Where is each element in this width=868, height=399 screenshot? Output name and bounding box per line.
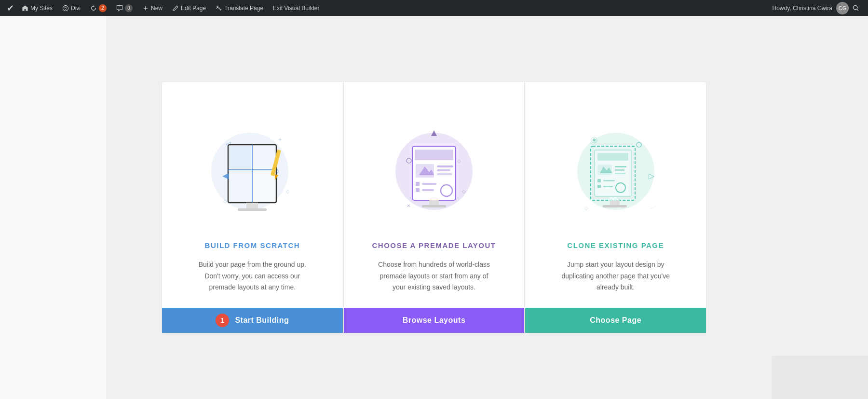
refresh-icon — [90, 5, 97, 12]
card-3-title: CLONE EXISTING PAGE — [567, 241, 664, 249]
admin-bar-comments[interactable]: 0 — [111, 0, 137, 16]
svg-text:▷: ▷ — [649, 172, 655, 180]
svg-text:✕: ✕ — [407, 203, 410, 208]
mysites-label: My Sites — [30, 5, 53, 12]
browse-layouts-label: Browse Layouts — [403, 316, 466, 325]
start-building-button[interactable]: 1 Start Building — [162, 308, 343, 333]
svg-rect-29 — [415, 150, 453, 160]
translate-icon — [216, 5, 222, 12]
svg-rect-34 — [437, 173, 452, 175]
choose-layout-svg: ◇ ✕ ◇ — [386, 109, 482, 215]
scrollbar-hint — [772, 356, 868, 399]
plus-icon — [142, 5, 149, 12]
svg-rect-37 — [416, 188, 420, 192]
card-1-title: BUILD FROM SCRATCH — [205, 241, 300, 249]
svg-rect-56 — [597, 179, 601, 182]
svg-text:···: ··· — [650, 206, 653, 211]
exit-builder-label: Exit Visual Builder — [273, 5, 320, 12]
svg-point-2 — [853, 5, 857, 9]
svg-rect-40 — [429, 200, 439, 205]
divi-label: Divi — [71, 5, 81, 12]
edit-icon — [172, 5, 179, 12]
main-content: + ◁ ◇ ◇ — [0, 16, 868, 399]
comments-badge: 0 — [125, 4, 133, 12]
home-icon — [22, 5, 28, 12]
admin-bar-divi[interactable]: D Divi — [57, 0, 85, 16]
card-choose-premade-layout: ◇ ✕ ◇ — [343, 82, 525, 333]
svg-rect-17 — [246, 203, 258, 208]
svg-text:◀: ◀ — [222, 171, 229, 180]
svg-point-63 — [593, 138, 596, 141]
card-1-description: Build your page from the ground up. Don'… — [172, 259, 333, 293]
browse-layouts-button[interactable]: Browse Layouts — [344, 308, 525, 333]
admin-bar-translate[interactable]: Translate Page — [211, 0, 268, 16]
card-2-body: CHOOSE A PREMADE LAYOUT Choose from hund… — [344, 241, 525, 308]
svg-rect-35 — [416, 182, 420, 186]
svg-text:D: D — [64, 6, 67, 10]
choose-page-button[interactable]: Choose Page — [525, 308, 706, 333]
admin-bar-exit-builder[interactable]: Exit Visual Builder — [268, 0, 325, 16]
admin-bar-updates[interactable]: 2 — [85, 0, 111, 16]
svg-rect-57 — [603, 180, 615, 181]
card-3-description: Jump start your layout design by duplica… — [535, 259, 696, 293]
svg-rect-58 — [597, 185, 601, 188]
updates-badge: 2 — [99, 4, 107, 12]
svg-rect-18 — [238, 208, 267, 211]
card-clone-existing-page: ◇ ▷ ◇ ··· — [525, 82, 706, 333]
comment-icon — [116, 5, 123, 12]
start-building-label: Start Building — [235, 316, 289, 325]
svg-text:◇: ◇ — [457, 158, 461, 164]
edit-page-label: Edit Page — [181, 5, 206, 12]
wp-logo-icon: ✔ — [4, 3, 17, 14]
admin-bar-right: Howdy, Christina Gwira CG — [773, 2, 864, 14]
admin-bar: ✔ My Sites D Divi 2 0 New Edit Page Tran… — [0, 0, 868, 16]
svg-rect-41 — [422, 205, 446, 207]
svg-rect-59 — [603, 186, 613, 187]
card-2-description: Choose from hundreds of world-class prem… — [353, 259, 515, 293]
card-build-from-scratch: + ◁ ◇ ◇ — [162, 82, 343, 333]
svg-rect-53 — [615, 166, 626, 167]
card-2-illustration: ◇ ✕ ◇ — [344, 82, 525, 241]
card-1-body: BUILD FROM SCRATCH Build your page from … — [162, 241, 343, 308]
svg-rect-38 — [422, 189, 434, 191]
user-greeting: Howdy, Christina Gwira — [773, 5, 832, 12]
start-building-badge: 1 — [216, 314, 229, 327]
svg-rect-62 — [603, 205, 627, 207]
build-from-scratch-svg: + ◁ ◇ ◇ — [204, 109, 300, 215]
choose-page-label: Choose Page — [590, 316, 641, 325]
admin-bar-new[interactable]: New — [137, 0, 167, 16]
svg-rect-61 — [610, 200, 620, 205]
svg-rect-54 — [615, 169, 624, 171]
svg-text:◇: ◇ — [286, 189, 290, 194]
cards-container: + ◁ ◇ ◇ — [162, 82, 706, 333]
svg-rect-32 — [437, 165, 453, 167]
svg-rect-13 — [229, 146, 251, 169]
svg-rect-15 — [229, 171, 251, 202]
sidebar-hint — [0, 16, 106, 399]
admin-bar-mysites[interactable]: My Sites — [17, 0, 57, 16]
search-icon[interactable] — [853, 5, 859, 12]
svg-rect-33 — [437, 169, 450, 171]
new-label: New — [151, 5, 163, 12]
svg-text:◇: ◇ — [462, 189, 466, 194]
svg-text:◇: ◇ — [584, 206, 588, 211]
card-3-illustration: ◇ ▷ ◇ ··· — [525, 82, 706, 241]
card-3-body: CLONE EXISTING PAGE Jump start your layo… — [525, 241, 706, 308]
svg-rect-55 — [615, 173, 625, 174]
svg-text:◇: ◇ — [223, 198, 227, 204]
clone-page-svg: ◇ ▷ ◇ ··· — [568, 109, 664, 215]
card-2-title: CHOOSE A PREMADE LAYOUT — [372, 241, 496, 249]
svg-rect-36 — [422, 183, 436, 185]
svg-rect-14 — [253, 146, 275, 169]
svg-text:+: + — [279, 137, 282, 142]
divi-icon: D — [62, 5, 69, 12]
avatar: CG — [836, 2, 849, 14]
translate-label: Translate Page — [224, 5, 263, 12]
admin-bar-edit-page[interactable]: Edit Page — [167, 0, 211, 16]
svg-rect-50 — [597, 153, 628, 161]
card-1-illustration: + ◁ ◇ ◇ — [162, 82, 343, 241]
